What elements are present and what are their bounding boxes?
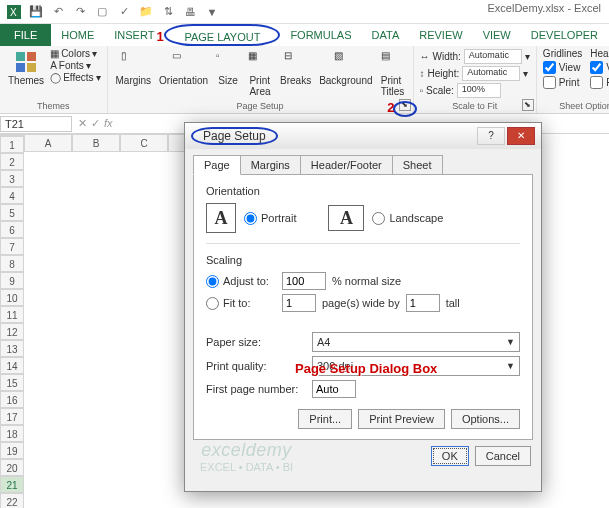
scale-launcher[interactable]: ⬊: [522, 99, 534, 111]
dlg-tab-page[interactable]: Page: [193, 155, 241, 175]
row-header[interactable]: 14: [0, 357, 24, 374]
print-titles-button[interactable]: ▤Print Titles: [379, 48, 407, 99]
row-header[interactable]: 5: [0, 204, 24, 221]
svg-rect-2: [16, 52, 25, 61]
fit-radio[interactable]: Fit to:: [206, 297, 276, 310]
gridlines-label: Gridlines: [543, 48, 582, 59]
undo-icon[interactable]: ↶: [50, 4, 66, 20]
dlg-tab-header[interactable]: Header/Footer: [300, 155, 393, 175]
tab-formulas[interactable]: FORMULAS: [280, 24, 361, 46]
row-header[interactable]: 20: [0, 459, 24, 476]
row-header[interactable]: 21: [0, 476, 24, 493]
breaks-icon: ⊟: [284, 50, 308, 74]
enter-icon[interactable]: ✓: [91, 117, 100, 130]
orientation-icon: ▭: [172, 50, 196, 74]
row-header[interactable]: 22: [0, 493, 24, 508]
col-header[interactable]: A: [24, 134, 72, 152]
new-icon[interactable]: ▢: [94, 4, 110, 20]
adjust-radio[interactable]: Adjust to:: [206, 275, 276, 288]
height-select[interactable]: Automatic: [462, 66, 520, 81]
width-select[interactable]: Automatic: [464, 49, 522, 64]
group-themes: Themes ▦Colors▾ AFonts▾ ◯Effects▾ Themes: [0, 46, 108, 113]
options-button[interactable]: Options...: [451, 409, 520, 429]
breaks-button[interactable]: ⊟Breaks: [278, 48, 313, 88]
row-header[interactable]: 2: [0, 153, 24, 170]
ok-button[interactable]: OK: [431, 446, 469, 466]
redo-icon[interactable]: ↷: [72, 4, 88, 20]
group-sheet-options: Gridlines View Print Headings View Print…: [537, 46, 609, 113]
background-button[interactable]: ▧Background: [317, 48, 374, 88]
fonts-button[interactable]: AFonts▾: [50, 60, 100, 71]
colors-button[interactable]: ▦Colors▾: [50, 48, 100, 59]
dlg-tab-margins[interactable]: Margins: [240, 155, 301, 175]
row-header[interactable]: 1: [0, 136, 24, 153]
row-header[interactable]: 7: [0, 238, 24, 255]
row-header[interactable]: 17: [0, 408, 24, 425]
first-page-input[interactable]: [312, 380, 356, 398]
tab-home[interactable]: HOME: [51, 24, 104, 46]
row-header[interactable]: 16: [0, 391, 24, 408]
col-header[interactable]: C: [120, 134, 168, 152]
cancel-button[interactable]: Cancel: [475, 446, 531, 466]
adjust-suffix: % normal size: [332, 275, 401, 287]
effects-button[interactable]: ◯Effects▾: [50, 72, 100, 83]
row-header[interactable]: 6: [0, 221, 24, 238]
row-header[interactable]: 19: [0, 442, 24, 459]
filter-icon[interactable]: ▼: [204, 4, 220, 20]
sort-icon[interactable]: ⇅: [160, 4, 176, 20]
close-button[interactable]: ✕: [507, 127, 535, 145]
row-header[interactable]: 10: [0, 289, 24, 306]
row-header[interactable]: 4: [0, 187, 24, 204]
landscape-radio[interactable]: Landscape: [372, 212, 443, 225]
size-button[interactable]: ▫Size: [214, 48, 242, 88]
print-button[interactable]: Print...: [298, 409, 352, 429]
tab-review[interactable]: REVIEW: [409, 24, 472, 46]
tab-view[interactable]: VIEW: [473, 24, 521, 46]
dialog-title: Page Setup: [191, 127, 278, 145]
margins-button[interactable]: ▯Margins: [114, 48, 154, 88]
callout-one: 1: [156, 26, 163, 48]
orientation-button[interactable]: ▭Orientation: [157, 48, 210, 88]
row-header[interactable]: 8: [0, 255, 24, 272]
headings-print[interactable]: Print: [590, 76, 609, 89]
row-header[interactable]: 11: [0, 306, 24, 323]
portrait-radio[interactable]: Portrait: [244, 212, 296, 225]
headings-view[interactable]: View: [590, 61, 609, 74]
dialog-titlebar[interactable]: Page Setup ? ✕: [185, 123, 541, 149]
themes-button[interactable]: Themes: [6, 48, 46, 88]
fit-tall[interactable]: [406, 294, 440, 312]
dlg-tab-sheet[interactable]: Sheet: [392, 155, 443, 175]
effects-icon: ◯: [50, 72, 61, 83]
fit-wide[interactable]: [282, 294, 316, 312]
row-header[interactable]: 3: [0, 170, 24, 187]
paper-combo[interactable]: A4▼: [312, 332, 520, 352]
row-header[interactable]: 18: [0, 425, 24, 442]
spell-icon[interactable]: ✓: [116, 4, 132, 20]
scale-input[interactable]: 100%: [457, 83, 501, 98]
help-button[interactable]: ?: [477, 127, 505, 145]
themes-icon: [14, 50, 38, 74]
name-box[interactable]: T21: [0, 116, 72, 132]
col-header[interactable]: B: [72, 134, 120, 152]
print-icon[interactable]: 🖶: [182, 4, 198, 20]
print-area-button[interactable]: ▦Print Area: [246, 48, 274, 99]
row-header[interactable]: 15: [0, 374, 24, 391]
tab-insert[interactable]: INSERT: [104, 24, 164, 46]
paper-label: Paper size:: [206, 336, 306, 348]
save-icon[interactable]: 💾: [28, 4, 44, 20]
gridlines-print[interactable]: Print: [543, 76, 582, 89]
tab-developer[interactable]: DEVELOPER: [521, 24, 608, 46]
cancel-icon[interactable]: ✕: [78, 117, 87, 130]
app-title: ExcelDemy.xlsx - Excel: [488, 2, 601, 14]
tab-page-layout[interactable]: 1 PAGE LAYOUT: [164, 24, 280, 46]
adjust-value[interactable]: [282, 272, 326, 290]
row-header[interactable]: 12: [0, 323, 24, 340]
fx-icon[interactable]: fx: [104, 117, 113, 130]
tab-data[interactable]: DATA: [362, 24, 410, 46]
tab-file[interactable]: FILE: [0, 24, 51, 46]
open-icon[interactable]: 📁: [138, 4, 154, 20]
row-header[interactable]: 13: [0, 340, 24, 357]
row-header[interactable]: 9: [0, 272, 24, 289]
preview-button[interactable]: Print Preview: [358, 409, 445, 429]
gridlines-view[interactable]: View: [543, 61, 582, 74]
